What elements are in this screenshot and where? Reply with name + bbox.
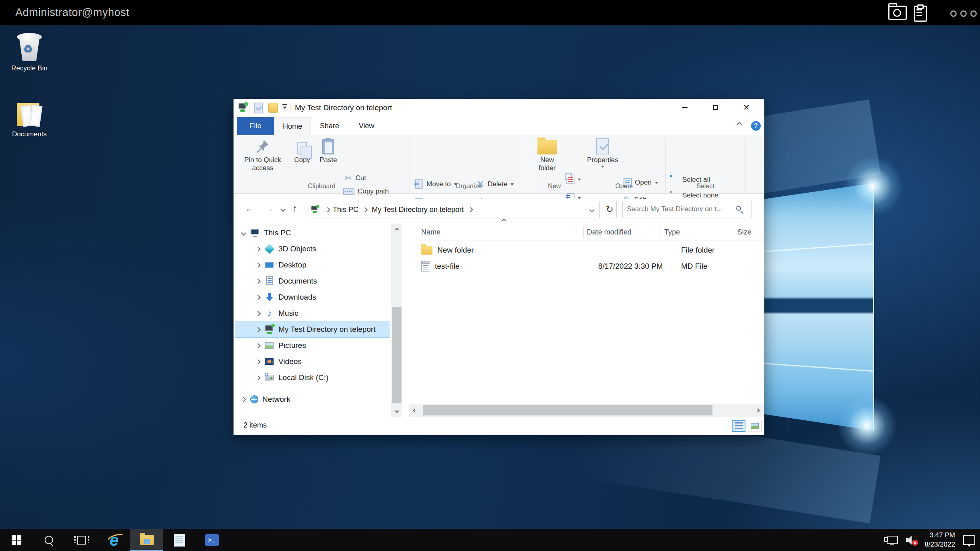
file-explorer-button[interactable] <box>130 529 163 551</box>
tree-item-pictures[interactable]: Pictures <box>235 337 390 354</box>
chevron-right-icon[interactable] <box>255 359 261 364</box>
file-row-new-folder[interactable]: New folder File folder <box>419 242 764 258</box>
start-button[interactable] <box>0 529 33 551</box>
powershell-icon: >_ <box>205 534 219 546</box>
minimize-button[interactable] <box>669 99 700 115</box>
task-view-button[interactable] <box>65 529 98 551</box>
maximize-button[interactable] <box>700 99 731 115</box>
scroll-up-button[interactable] <box>391 224 402 236</box>
tree-item-this-pc[interactable]: This PC <box>235 225 390 241</box>
chevron-right-icon[interactable] <box>255 247 261 252</box>
tree-item-label: Downloads <box>278 293 316 302</box>
breadcrumb-chevron-icon[interactable] <box>362 207 368 212</box>
column-header-name[interactable]: Name <box>419 228 583 236</box>
search-box[interactable] <box>622 201 752 218</box>
more-menu-icon[interactable] <box>950 10 977 17</box>
tab-home[interactable]: Home <box>274 117 311 136</box>
address-dropdown-icon[interactable] <box>589 207 595 212</box>
scrollbar-thumb[interactable] <box>392 307 401 403</box>
group-label-new: New <box>528 183 581 190</box>
scroll-right-button[interactable] <box>752 404 763 417</box>
tree-item-local-disk-c[interactable]: Local Disk (C:) <box>235 370 390 386</box>
clipboard-sharing-icon[interactable] <box>914 6 927 22</box>
desktop-icon-documents[interactable]: Documents <box>3 101 56 138</box>
divider <box>283 421 283 431</box>
properties-button[interactable]: Properties <box>584 137 621 168</box>
chevron-right-icon[interactable] <box>241 397 246 402</box>
breadcrumb-chevron-icon[interactable] <box>468 207 473 212</box>
column-header-size[interactable]: Size <box>734 226 764 238</box>
desktop-icon <box>265 262 274 268</box>
scroll-down-button[interactable] <box>391 405 402 417</box>
chevron-right-icon[interactable] <box>255 375 261 380</box>
taskbar-clock[interactable]: 3:47 PM 8/23/2022 <box>924 531 955 549</box>
tree-item-documents[interactable]: Documents <box>235 273 390 289</box>
column-header-type[interactable]: Type <box>661 226 733 238</box>
tree-item-desktop[interactable]: Desktop <box>235 257 390 273</box>
chevron-right-icon[interactable] <box>255 311 261 316</box>
recent-locations-dropdown[interactable] <box>280 207 286 212</box>
qat-new-folder-icon[interactable] <box>268 103 278 113</box>
tree-item-music[interactable]: ♪ Music <box>235 305 390 321</box>
paste-button[interactable]: Paste <box>316 137 341 164</box>
directory-sharing-icon[interactable] <box>888 6 907 20</box>
tab-view[interactable]: View <box>348 117 385 135</box>
chevron-right-icon[interactable] <box>255 279 261 284</box>
tab-file[interactable]: File <box>237 117 274 135</box>
internet-explorer-button[interactable]: e <box>98 529 130 551</box>
recycle-bin-icon: ♻ <box>16 32 43 62</box>
cut-button[interactable]: ✂ Cut <box>345 174 366 183</box>
forward-button[interactable]: → <box>264 204 274 213</box>
powershell-button[interactable]: >_ <box>196 529 228 551</box>
chevron-right-icon[interactable] <box>255 263 261 268</box>
title-bar[interactable]: My Test Directory on teleport ✕ <box>234 99 764 117</box>
search-icon[interactable] <box>736 206 741 211</box>
group-label-organize: Organize <box>410 183 528 190</box>
scrollbar-thumb[interactable] <box>423 405 712 415</box>
pin-to-quick-access-button[interactable]: Pin to Quick access <box>237 137 288 172</box>
action-center-icon[interactable] <box>963 535 975 545</box>
desktop-icon-recycle-bin[interactable]: ♻ Recycle Bin <box>3 32 56 72</box>
tree-item-network[interactable]: Network <box>235 391 390 407</box>
chevron-right-icon <box>756 408 760 412</box>
tree-item-my-test-directory[interactable]: My Test Directory on teleport <box>235 321 390 337</box>
notepad-button[interactable] <box>163 529 196 551</box>
search-input[interactable] <box>626 202 735 216</box>
address-bar[interactable]: This PC My Test Directory on teleport <box>307 201 600 218</box>
tree-item-downloads[interactable]: Downloads <box>235 289 390 305</box>
refresh-button[interactable]: ↻ <box>603 201 617 218</box>
breadcrumb-this-pc[interactable]: This PC <box>333 206 358 214</box>
file-row-test-file[interactable]: test-file 8/17/2022 3:30 PM MD File <box>419 258 764 274</box>
volume-muted-icon[interactable]: x <box>906 536 916 545</box>
ribbon-tab-row: File Home Share View ? <box>234 117 764 135</box>
copy-button[interactable]: Copy <box>290 137 314 164</box>
tree-scrollbar[interactable] <box>391 224 402 417</box>
md-file-icon <box>421 261 430 271</box>
chevron-right-icon[interactable] <box>255 295 261 300</box>
close-button[interactable]: ✕ <box>731 99 762 115</box>
tree-item-videos[interactable]: Videos <box>235 354 390 370</box>
chevron-right-icon[interactable] <box>255 343 261 348</box>
breadcrumb-chevron-icon[interactable] <box>325 207 330 212</box>
details-view-button[interactable] <box>732 420 745 432</box>
up-button[interactable]: ↑ <box>292 204 297 213</box>
thumbnail-view-button[interactable] <box>748 420 762 432</box>
new-folder-button[interactable]: New folder <box>531 137 563 172</box>
tree-item-3d-objects[interactable]: 3D Objects <box>235 241 390 257</box>
column-header-date-modified[interactable]: Date modified <box>583 226 661 238</box>
chevron-down-icon[interactable] <box>241 230 246 236</box>
qat-properties-icon[interactable] <box>254 103 263 113</box>
file-type: File folder <box>678 244 756 256</box>
breadcrumb-current-folder[interactable]: My Test Directory on teleport <box>372 206 464 214</box>
help-button[interactable]: ? <box>751 121 761 131</box>
chevron-right-icon[interactable] <box>255 327 261 332</box>
scroll-left-button[interactable] <box>409 404 420 417</box>
network-drive-icon <box>265 325 274 334</box>
network-status-icon[interactable] <box>887 536 898 544</box>
horizontal-scrollbar[interactable] <box>409 404 764 417</box>
back-button[interactable]: ← <box>245 204 255 213</box>
taskbar-search-button[interactable] <box>33 529 65 551</box>
tab-share[interactable]: Share <box>311 117 348 135</box>
window-title: My Test Directory on teleport <box>295 103 392 112</box>
file-date <box>595 244 678 256</box>
